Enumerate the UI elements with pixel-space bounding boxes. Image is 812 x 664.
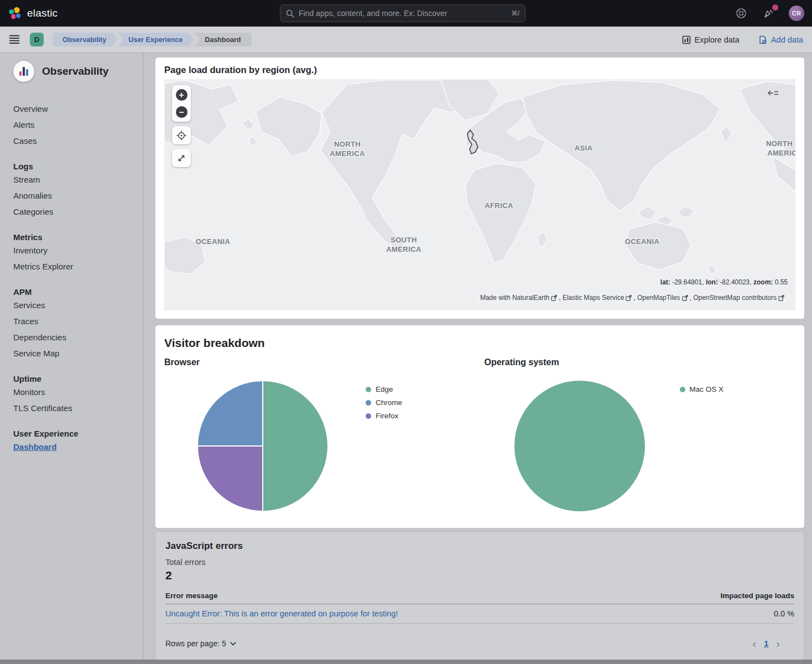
newsfeed-button[interactable] [761,6,777,21]
page-number-1[interactable]: 1 [764,639,768,648]
previous-page-button[interactable]: ‹ [753,638,757,649]
brand-name: elastic [27,7,58,19]
map-panel: Page load duration by region (avg.) [155,57,805,319]
error-message-link[interactable]: Uncaught Error: This is an error generat… [165,609,398,618]
add-data-button[interactable]: Add data [758,35,803,44]
attribution-link-elastic-maps-service[interactable]: Elastic Maps Service [563,294,624,302]
pie-slice-edge[interactable] [263,381,328,511]
next-page-button[interactable]: › [776,638,780,649]
errors-table-header: Error message Impacted page loads [165,592,794,604]
chevron-down-icon [230,642,236,646]
rows-per-page-label: Rows per page: 5 [165,639,226,648]
sidebar-item-tls-certificates[interactable]: TLS Certificates [13,400,137,416]
space-badge-letter: D [34,35,39,44]
breadcrumb: Observability User Experience Dashboard [53,33,253,46]
sidebar-item-alerts[interactable]: Alerts [13,117,137,133]
crosshair-icon [176,131,186,141]
header-breadcrumb-bar: D Observability User Experience Dashboar… [0,27,812,53]
menu-toggle-button[interactable] [9,35,20,44]
browser-chart-section: Browser Edge Chrome [155,357,480,367]
search-input[interactable] [299,9,512,18]
breadcrumb-observability[interactable]: Observability [53,33,117,46]
visitor-breakdown-panel: Visitor breakdown Browser Edge [155,325,805,528]
legend-item-edge[interactable]: Edge [366,385,402,393]
world-map[interactable]: NORTH AMERICA ASIA AFRICA SOUTH AMERICA … [164,79,795,310]
user-avatar[interactable]: CR [789,6,804,21]
legend-item-macosx[interactable]: Mac OS X [680,385,724,393]
svg-text:ASIA: ASIA [575,144,593,152]
pie-slice-macosx[interactable] [514,381,645,511]
zoom-in-button[interactable]: + [176,89,188,101]
legend-item-chrome[interactable]: Chrome [366,398,402,407]
expand-diagonal-icon [177,154,186,163]
legend-dot-chrome [366,400,371,406]
add-data-label: Add data [771,35,803,44]
hamburger-icon [9,35,20,44]
column-impacted-page-loads: Impacted page loads [720,592,794,600]
breadcrumb-user-experience[interactable]: User Experience [118,33,194,46]
pie-slice-firefox[interactable] [197,446,263,511]
sidebar-item-dependencies[interactable]: Dependencies [13,329,137,345]
legend-label-macosx: Mac OS X [690,385,724,393]
map-legend-collapse-button[interactable] [768,89,779,99]
sidebar-item-inventory[interactable]: Inventory [13,242,137,258]
rows-per-page-selector[interactable]: Rows per page: 5 [165,639,236,648]
external-link-icon [778,295,784,301]
sidebar-item-anomalies[interactable]: Anomalies [13,188,137,204]
sidebar-item-monitors[interactable]: Monitors [13,384,137,400]
zoom-out-button[interactable]: − [176,106,188,118]
sidebar-item-categories[interactable]: Categories [13,204,137,220]
impacted-page-loads-value: 0.0 % [774,609,794,618]
set-view-button[interactable] [172,126,191,144]
pie-slice-chrome[interactable] [197,381,263,446]
os-chart-section: Operating system Mac OS X [480,357,805,367]
sidebar-item-overview[interactable]: Overview [13,101,137,117]
svg-text:AMERICA: AMERICA [330,149,365,158]
map-zoom-controls: + − [172,85,191,122]
browser-chart-subtitle: Browser [164,357,480,367]
main-content: Page load duration by region (avg.) [144,53,812,660]
svg-text:AFRICA: AFRICA [485,201,513,210]
external-link-icon [682,295,688,301]
attribution-link-naturalearth[interactable]: Made with NaturalEarth [480,294,549,302]
total-errors-label: Total errors [165,558,794,567]
sidebar-item-traces[interactable]: Traces [13,313,137,329]
legend-item-firefox[interactable]: Firefox [366,412,402,420]
window-bottom-edge [0,660,812,664]
attribution-link-openmaptiles[interactable]: OpenMapTiles [637,294,680,302]
sidebar-item-stream[interactable]: Stream [13,172,137,188]
sidebar-item-services[interactable]: Services [13,297,137,313]
sidebar-item-cases[interactable]: Cases [13,133,137,149]
sidebar-item-metrics-explorer[interactable]: Metrics Explorer [13,258,137,274]
observability-app-icon [13,61,34,82]
elastic-logo-icon [8,6,22,20]
sidebar-item-service-map[interactable]: Service Map [13,345,137,361]
javascript-errors-panel: JavaScript errors Total errors 2 Error m… [155,531,805,660]
browser-pie-chart[interactable] [196,380,329,512]
total-errors-value: 2 [165,569,794,582]
attribution-link-openstreetmap[interactable]: OpenStreetMap contributors [693,294,777,302]
javascript-errors-title: JavaScript errors [165,541,794,552]
fit-to-bounds-button[interactable] [172,149,191,167]
global-search[interactable]: ⌘/ [280,4,525,22]
help-button[interactable] [733,6,749,21]
explore-data-icon [682,35,691,44]
os-legend: Mac OS X [680,385,724,393]
search-icon [286,9,294,18]
legend-label-firefox: Firefox [376,412,398,420]
notification-dot [772,4,778,11]
map-panel-title: Page load duration by region (avg.) [164,65,795,75]
sidebar-item-dashboard[interactable]: Dashboard [13,439,137,455]
explore-data-label: Explore data [695,35,740,44]
space-badge[interactable]: D [30,33,44,46]
svg-text:AMERICA: AMERICA [767,149,795,157]
browser-legend: Edge Chrome Firefox [366,385,402,420]
explore-data-button[interactable]: Explore data [682,35,740,44]
breadcrumb-dashboard[interactable]: Dashboard [195,33,252,46]
column-error-message: Error message [165,592,218,600]
svg-text:NORTH: NORTH [334,140,361,148]
elastic-brand[interactable]: elastic [8,6,58,20]
visitor-breakdown-title: Visitor breakdown [164,336,804,350]
pagination: ‹ 1 › [753,638,780,649]
os-pie-chart[interactable] [513,380,646,512]
